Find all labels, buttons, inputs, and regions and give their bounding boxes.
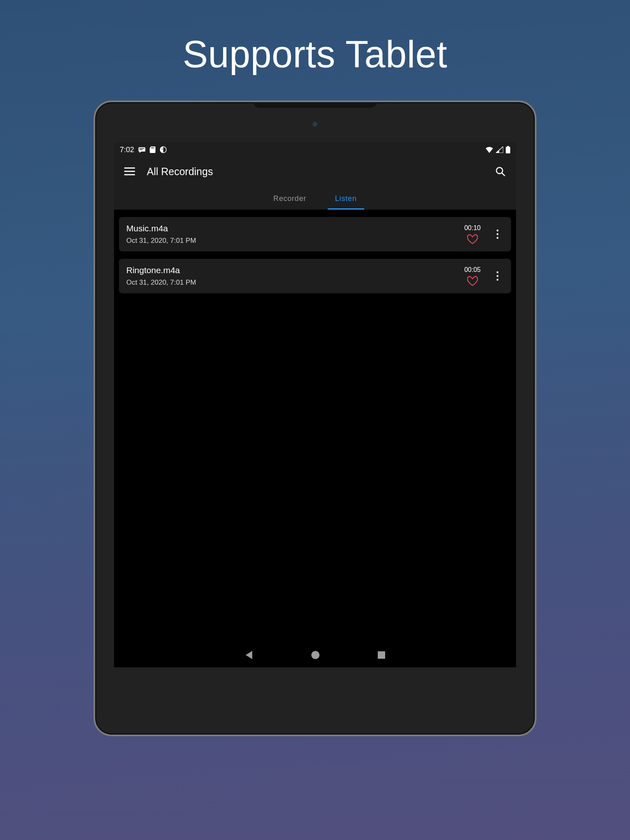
- svg-point-19: [497, 275, 499, 277]
- wifi-icon: [485, 146, 493, 153]
- more-options-icon[interactable]: [491, 271, 504, 281]
- tab-recorder[interactable]: Recorder: [269, 188, 310, 209]
- nav-recent-icon[interactable]: [377, 651, 386, 659]
- app-bar-title: All Recordings: [147, 166, 213, 178]
- recording-duration: 00:10: [464, 224, 481, 232]
- svg-rect-4: [153, 147, 153, 148]
- nav-back-icon[interactable]: [244, 650, 253, 660]
- tablet-notch: [253, 102, 377, 108]
- app-bar: All Recordings: [114, 157, 516, 186]
- svg-point-7: [162, 148, 162, 149]
- svg-rect-10: [124, 167, 135, 169]
- status-bar: 7:02: [114, 142, 516, 157]
- status-time: 7:02: [120, 146, 134, 154]
- svg-point-16: [497, 233, 499, 235]
- more-options-icon[interactable]: [491, 229, 504, 239]
- svg-rect-5: [153, 147, 154, 148]
- tab-bar: Recorder Listen: [114, 186, 516, 210]
- recording-row[interactable]: Music.m4a Oct 31, 2020, 7:01 PM 00:10: [119, 217, 511, 251]
- app-status-icon: [160, 146, 167, 153]
- battery-icon: [506, 146, 510, 153]
- tablet-device-frame: 7:02: [94, 100, 536, 736]
- hamburger-menu-icon[interactable]: [121, 163, 138, 180]
- svg-line-14: [502, 173, 505, 176]
- svg-rect-12: [124, 174, 135, 176]
- svg-rect-22: [378, 651, 385, 659]
- recording-date: Oct 31, 2020, 7:01 PM: [126, 237, 464, 245]
- svg-rect-9: [506, 147, 510, 153]
- tablet-screen: 7:02: [114, 142, 516, 667]
- recording-date: Oct 31, 2020, 7:01 PM: [126, 278, 464, 287]
- svg-point-13: [496, 167, 502, 173]
- svg-rect-1: [139, 148, 144, 149]
- svg-rect-11: [124, 171, 135, 172]
- tab-listen[interactable]: Listen: [331, 188, 361, 209]
- nav-home-icon[interactable]: [311, 651, 320, 660]
- android-nav-bar: [114, 643, 516, 667]
- favorite-heart-icon[interactable]: [467, 276, 478, 286]
- svg-point-17: [497, 237, 499, 239]
- svg-point-21: [311, 651, 320, 659]
- svg-point-18: [497, 272, 499, 274]
- tablet-camera: [313, 122, 317, 127]
- message-icon: [138, 147, 146, 153]
- favorite-heart-icon[interactable]: [467, 234, 478, 244]
- search-icon[interactable]: [492, 163, 509, 180]
- recordings-list: Music.m4a Oct 31, 2020, 7:01 PM 00:10 Ri…: [114, 210, 516, 643]
- recording-row[interactable]: Ringtone.m4a Oct 31, 2020, 7:01 PM 00:05: [119, 259, 511, 293]
- svg-rect-3: [151, 147, 152, 148]
- recording-name: Ringtone.m4a: [126, 265, 464, 275]
- svg-point-20: [497, 279, 499, 281]
- signal-icon: [496, 146, 503, 153]
- promo-title: Supports Tablet: [183, 33, 447, 76]
- svg-rect-2: [139, 149, 143, 150]
- svg-rect-8: [507, 146, 509, 147]
- recording-duration: 00:05: [464, 266, 481, 274]
- recording-name: Music.m4a: [126, 224, 464, 233]
- sd-card-icon: [150, 146, 155, 153]
- svg-point-15: [497, 230, 499, 232]
